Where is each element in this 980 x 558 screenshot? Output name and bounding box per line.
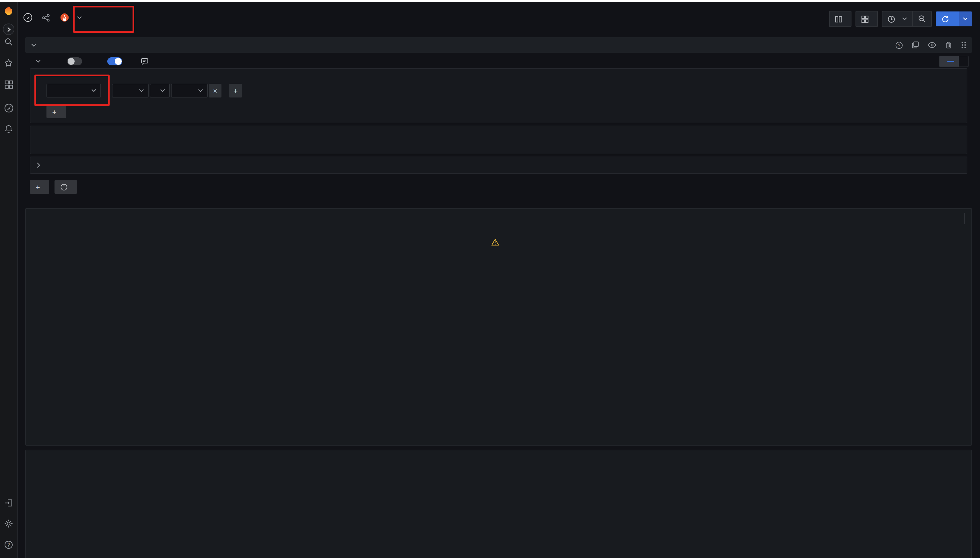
chevron-down-icon [160, 89, 165, 92]
help-icon[interactable]: ? [3, 540, 14, 550]
dashboards-icon[interactable] [3, 79, 14, 89]
chevron-down-icon [963, 17, 968, 21]
run-query-dropdown[interactable] [959, 11, 972, 26]
builder-tab[interactable] [940, 56, 959, 67]
chevron-down-icon [139, 89, 144, 92]
add-to-dashboard-button[interactable] [855, 11, 878, 27]
alerting-bell-icon[interactable] [3, 124, 14, 134]
label-filter-row: × + [112, 84, 242, 97]
label-operator-select[interactable] [150, 84, 170, 97]
search-icon[interactable] [3, 37, 14, 47]
navbar [17, 2, 980, 33]
label-value-select[interactable] [171, 84, 208, 97]
run-query-button[interactable] [936, 11, 972, 26]
starred-icon[interactable] [3, 58, 14, 68]
graph-canvas[interactable] [26, 209, 972, 446]
prometheus-logo-icon [60, 13, 69, 22]
code-tab[interactable] [959, 56, 968, 67]
expand-chevron-icon [37, 162, 40, 168]
share-icon[interactable] [42, 13, 50, 21]
raw-query-box [30, 126, 967, 154]
query-builder-box: × + + [30, 68, 967, 123]
chevron-down-icon [36, 60, 41, 63]
query-toolbar [30, 56, 968, 67]
hide-response-eye-icon[interactable] [928, 42, 936, 48]
sidebar-expand-button[interactable] [3, 23, 14, 35]
grafana-logo-icon [3, 5, 14, 17]
split-columns-icon [835, 15, 842, 23]
apps-icon [861, 15, 869, 23]
zoom-out-time-button[interactable] [912, 11, 931, 26]
grafana-explore-window: ? [0, 0, 980, 558]
time-range-button[interactable] [883, 11, 912, 26]
settings-gear-icon[interactable] [3, 519, 14, 529]
datasource-picker[interactable] [54, 8, 88, 27]
beta-badge [947, 61, 954, 62]
duplicate-query-icon[interactable] [912, 41, 919, 49]
explore-compass-icon[interactable] [3, 103, 14, 113]
chevron-down-icon [91, 89, 96, 92]
svg-text:?: ? [898, 43, 900, 47]
collapse-chevron-icon[interactable] [31, 43, 37, 47]
remove-label-filter-button[interactable]: × [209, 84, 222, 97]
raw-query-toggle[interactable] [107, 57, 122, 66]
add-label-filter-button[interactable]: + [229, 84, 242, 97]
sidebar: ? [0, 2, 18, 558]
time-picker-group [882, 11, 932, 27]
remove-query-trash-icon[interactable] [945, 41, 952, 49]
add-query-button[interactable]: + [30, 180, 49, 194]
explore-title-icon [23, 13, 33, 22]
table-panel [25, 450, 972, 558]
svg-text:?: ? [7, 542, 10, 548]
drag-handle-icon[interactable] [961, 41, 966, 49]
split-button[interactable] [829, 11, 852, 27]
zoom-out-icon [918, 15, 926, 23]
options-box[interactable] [30, 157, 967, 174]
metric-select[interactable] [46, 84, 101, 97]
graph-panel [25, 208, 972, 446]
info-circle-icon [60, 183, 67, 191]
explain-toggle[interactable] [67, 57, 82, 66]
query-row-header[interactable]: ? [25, 37, 972, 53]
chevron-down-icon [77, 16, 82, 19]
grafana-logo[interactable] [3, 6, 14, 16]
sign-in-icon[interactable] [3, 498, 14, 508]
operations-button[interactable]: + [46, 105, 66, 118]
chevron-down-icon [902, 17, 907, 21]
label-key-select[interactable] [112, 84, 149, 97]
feedback-comment-icon [141, 57, 149, 65]
chevron-down-icon [198, 89, 203, 92]
query-help-icon[interactable]: ? [895, 41, 903, 49]
builder-code-switch [939, 56, 968, 67]
clock-icon [888, 15, 895, 23]
refresh-icon [942, 15, 949, 23]
inspector-button[interactable] [54, 180, 77, 194]
